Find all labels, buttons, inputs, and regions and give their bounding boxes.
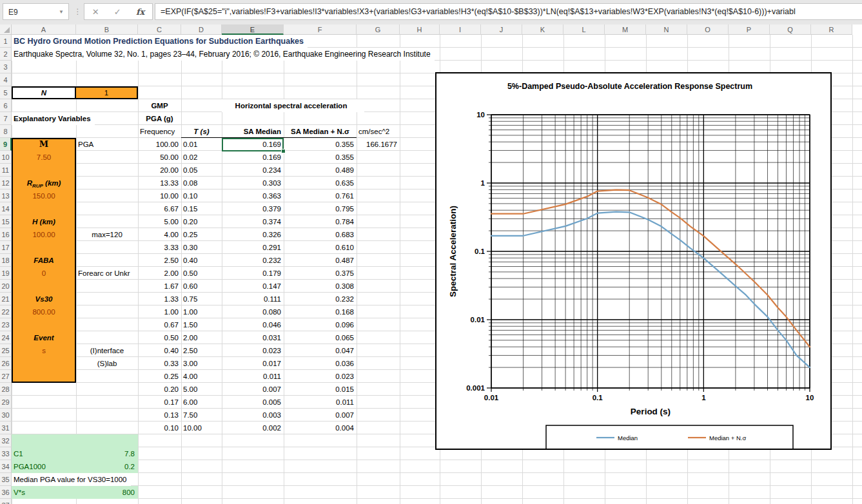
row-header-24[interactable]: 24 <box>0 331 12 344</box>
period-cell-r24[interactable]: 2.00 <box>181 331 222 344</box>
sheet-subtitle[interactable]: Earthquake Spectra, Volume 32, No. 1, pa… <box>12 48 435 61</box>
row-header-5[interactable]: 5 <box>0 86 12 99</box>
row-header-36[interactable]: 36 <box>0 486 12 499</box>
sa-median-nsigma-cell-r9[interactable]: 0.355 <box>284 138 357 151</box>
frequency-cell-r13[interactable]: 10.00 <box>138 189 181 202</box>
note-forearcorunkr[interactable]: Forearc or Unkr <box>76 267 138 280</box>
sa-median-nsigma-header[interactable]: SA Median + N.σ <box>284 125 357 138</box>
note-slab[interactable]: (S)lab <box>76 357 138 370</box>
name-box-dropdown-icon[interactable]: ▼ <box>59 4 64 21</box>
column-header-C[interactable]: C <box>138 24 181 35</box>
sa-median-nsigma-cell-r27[interactable]: 0.023 <box>284 370 357 383</box>
period-cell-r15[interactable]: 0.20 <box>181 215 222 228</box>
frequency-cell-r25[interactable]: 0.40 <box>138 344 181 357</box>
period-cell-r31[interactable]: 10.00 <box>181 422 222 434</box>
row-header-29[interactable]: 29 <box>0 396 12 409</box>
row-header-27[interactable]: 27 <box>0 370 12 383</box>
column-header-H[interactable]: H <box>400 24 440 35</box>
sa-median-cell-r25[interactable]: 0.023 <box>222 344 284 357</box>
row-header-1[interactable]: 1 <box>0 35 12 48</box>
frequency-cell-r28[interactable]: 0.20 <box>138 383 181 396</box>
row-header-19[interactable]: 19 <box>0 267 12 280</box>
row-header-31[interactable]: 31 <box>0 422 12 434</box>
frequency-cell-r27[interactable]: 0.25 <box>138 370 181 383</box>
sa-median-cell-r15[interactable]: 0.374 <box>222 215 284 228</box>
selected-cell-outline[interactable] <box>222 138 284 151</box>
explanatory-variables-block[interactable]: M7.50RRUP (km)150.00H (km)100.00FABA0Vs3… <box>12 138 76 383</box>
period-cell-r14[interactable]: 0.15 <box>181 202 222 215</box>
period-cell-r29[interactable]: 6.00 <box>181 396 222 409</box>
fill-handle[interactable] <box>281 149 286 153</box>
column-header-G[interactable]: G <box>357 24 400 35</box>
sa-median-nsigma-cell-r11[interactable]: 0.489 <box>284 164 357 177</box>
sa-median-nsigma-cell-r21[interactable]: 0.232 <box>284 293 357 305</box>
column-header-L[interactable]: L <box>563 24 605 35</box>
row-header-10[interactable]: 10 <box>0 151 12 164</box>
sa-median-nsigma-cell-r18[interactable]: 0.487 <box>284 254 357 267</box>
sa-median-header[interactable]: SA Median <box>222 125 284 138</box>
frequency-cell-r10[interactable]: 50.00 <box>138 151 181 164</box>
frequency-cell-r21[interactable]: 1.33 <box>138 293 181 305</box>
sa-median-cell-r30[interactable]: 0.003 <box>222 409 284 422</box>
sa-median-cell-r12[interactable]: 0.303 <box>222 177 284 189</box>
column-header-D[interactable]: D <box>181 24 222 35</box>
sa-median-nsigma-cell-r10[interactable]: 0.355 <box>284 151 357 164</box>
frequency-cell-r31[interactable]: 0.10 <box>138 422 181 434</box>
row-header-8[interactable]: 8 <box>0 125 12 138</box>
frequency-cell-r22[interactable]: 1.00 <box>138 305 181 318</box>
period-cell-r22[interactable]: 1.00 <box>181 305 222 318</box>
frequency-cell-r17[interactable]: 3.33 <box>138 241 181 254</box>
sa-median-cell-r23[interactable]: 0.046 <box>222 318 284 331</box>
row-header-7[interactable]: 7 <box>0 112 12 125</box>
sa-median-nsigma-cell-r24[interactable]: 0.065 <box>284 331 357 344</box>
select-all-corner[interactable] <box>0 24 12 35</box>
column-header-E[interactable]: E <box>222 24 284 35</box>
frequency-cell-r11[interactable]: 20.00 <box>138 164 181 177</box>
sa-median-cell-r24[interactable]: 0.031 <box>222 331 284 344</box>
frequency-cell-r29[interactable]: 0.17 <box>138 396 181 409</box>
sa-median-cell-r28[interactable]: 0.007 <box>222 383 284 396</box>
median-pga-note[interactable]: Median PGA value for VS30=1000 <box>12 473 131 486</box>
sa-median-nsigma-cell-r14[interactable]: 0.795 <box>284 202 357 215</box>
sheet-title[interactable]: BC Hydro Ground Motion Prediction Equati… <box>12 35 308 48</box>
row-header-17[interactable]: 17 <box>0 241 12 254</box>
frequency-cell-r24[interactable]: 0.50 <box>138 331 181 344</box>
row-header-35[interactable]: 35 <box>0 473 12 486</box>
frequency-cell-r9[interactable]: 100.00 <box>138 138 181 151</box>
sa-median-nsigma-cell-r16[interactable]: 0.683 <box>284 228 357 241</box>
sa-median-cell-r21[interactable]: 0.111 <box>222 293 284 305</box>
sa-median-cell-r31[interactable]: 0.002 <box>222 422 284 434</box>
sa-median-cell-r29[interactable]: 0.005 <box>222 396 284 409</box>
sa-median-nsigma-cell-r13[interactable]: 0.761 <box>284 189 357 202</box>
frequency-cell-r15[interactable]: 5.00 <box>138 215 181 228</box>
period-cell-r16[interactable]: 0.25 <box>181 228 222 241</box>
frequency-cell-r19[interactable]: 2.00 <box>138 267 181 280</box>
green-row-36[interactable]: V*s800 <box>12 486 138 499</box>
column-header-P[interactable]: P <box>729 24 770 35</box>
pga-cms2-cell[interactable]: 166.1677 <box>357 138 400 151</box>
note-max120[interactable]: max=120 <box>76 228 138 241</box>
frequency-cell-r20[interactable]: 1.67 <box>138 280 181 293</box>
frequency-cell-r18[interactable]: 2.50 <box>138 254 181 267</box>
period-cell-r23[interactable]: 1.50 <box>181 318 222 331</box>
sa-median-cell-r11[interactable]: 0.234 <box>222 164 284 177</box>
period-header[interactable]: T (s) <box>181 125 222 138</box>
row-header-37[interactable]: 37 <box>0 499 12 504</box>
sa-median-cell-r14[interactable]: 0.379 <box>222 202 284 215</box>
sa-median-cell-r17[interactable]: 0.291 <box>222 241 284 254</box>
row-header-23[interactable]: 23 <box>0 318 12 331</box>
column-header-I[interactable]: I <box>440 24 481 35</box>
period-cell-r30[interactable]: 7.50 <box>181 409 222 422</box>
formula-bar[interactable]: =EXP(IF($A$25="i",variables!F3+variables… <box>155 3 862 20</box>
period-cell-r17[interactable]: 0.30 <box>181 241 222 254</box>
row-header-9[interactable]: 9 <box>0 138 12 151</box>
row-header-3[interactable]: 3 <box>0 61 12 73</box>
cancel-icon[interactable]: ✕ <box>92 7 99 17</box>
sa-median-nsigma-cell-r26[interactable]: 0.036 <box>284 357 357 370</box>
sa-median-nsigma-cell-r30[interactable]: 0.007 <box>284 409 357 422</box>
horizontal-sa-header[interactable]: Horizontal spectral acceleration <box>222 99 364 112</box>
row-header-20[interactable]: 20 <box>0 280 12 293</box>
sa-median-cell-r26[interactable]: 0.017 <box>222 357 284 370</box>
green-row-34[interactable]: PGA10000.2 <box>12 460 138 473</box>
name-box[interactable]: E9 ▼ <box>3 3 69 20</box>
